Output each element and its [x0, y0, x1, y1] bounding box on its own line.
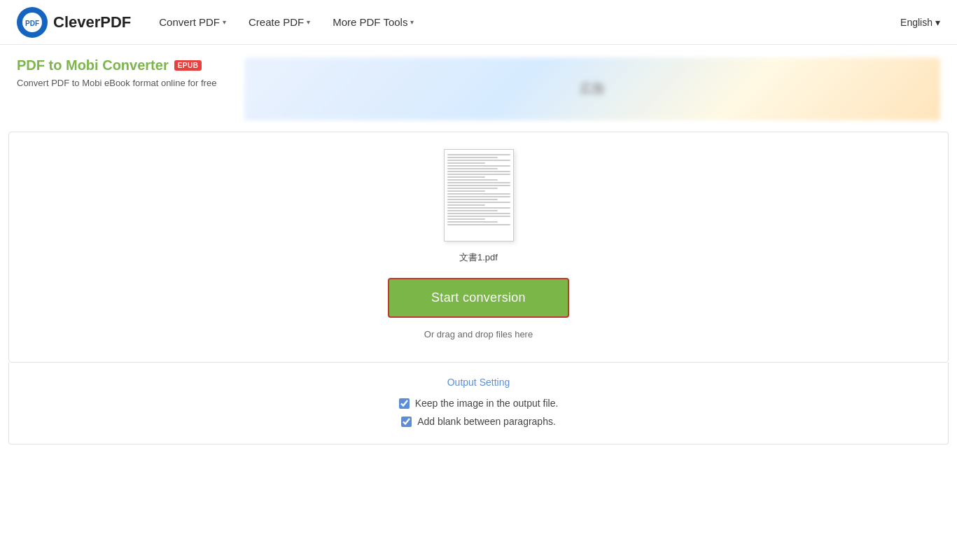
- pdf-line: [447, 218, 485, 220]
- checkbox-keep-image[interactable]: Keep the image in the output file.: [399, 398, 559, 409]
- nav-convert-pdf-label: Convert PDF: [159, 16, 220, 28]
- blank-paragraphs-label: Add blank between paragraphs.: [417, 416, 556, 427]
- nav-more-tools-chevron: ▾: [410, 18, 414, 26]
- ad-banner: 広告: [244, 57, 940, 120]
- pdf-line: [447, 193, 510, 195]
- page-header: PDF to Mobi Converter EPUB Convert PDF t…: [0, 45, 957, 120]
- pdf-line: [447, 204, 485, 206]
- nav-convert-pdf[interactable]: Convert PDF ▾: [159, 16, 226, 28]
- epub-badge: EPUB: [174, 60, 202, 71]
- start-conversion-button[interactable]: Start conversion: [388, 278, 569, 318]
- pdf-line: [447, 157, 498, 158]
- cleverpdf-logo-icon: PDF: [17, 7, 48, 38]
- pdf-line: [447, 213, 510, 214]
- pdf-line: [447, 165, 510, 167]
- page-title-section: PDF to Mobi Converter EPUB Convert PDF t…: [17, 57, 216, 88]
- pdf-line: [447, 185, 510, 186]
- drag-drop-hint: Or drag and drop files here: [424, 329, 533, 340]
- blank-paragraphs-checkbox[interactable]: [401, 416, 412, 427]
- nav-create-pdf[interactable]: Create PDF ▾: [249, 16, 310, 28]
- pdf-line: [447, 224, 510, 225]
- logo-link[interactable]: PDF CleverPDF: [17, 7, 131, 38]
- pdf-line: [447, 190, 485, 192]
- language-chevron: ▾: [935, 17, 940, 28]
- nav-create-pdf-chevron: ▾: [307, 18, 310, 26]
- output-settings-area: Output Setting Keep the image in the out…: [8, 363, 949, 444]
- pdf-preview-thumbnail: [444, 149, 514, 241]
- nav-more-tools-label: More PDF Tools: [333, 16, 407, 28]
- pdf-line: [447, 154, 510, 155]
- pdf-line: [447, 210, 498, 211]
- pdf-line: [447, 174, 510, 175]
- pdf-line: [447, 216, 510, 217]
- checkbox-blank-paragraphs[interactable]: Add blank between paragraphs.: [401, 416, 556, 427]
- pdf-line: [447, 179, 498, 181]
- logo-text: CleverPDF: [53, 13, 131, 31]
- language-selector[interactable]: English ▾: [900, 17, 940, 28]
- pdf-line: [447, 168, 498, 169]
- pdf-line: [447, 207, 510, 209]
- nav-convert-pdf-chevron: ▾: [223, 18, 226, 26]
- pdf-line: [447, 199, 498, 200]
- language-label: English: [900, 17, 932, 28]
- pdf-line: [447, 188, 498, 189]
- pdf-line: [447, 160, 510, 161]
- svg-text:PDF: PDF: [25, 20, 39, 27]
- conversion-area: 文書1.pdf Start conversion Or drag and dro…: [8, 132, 949, 363]
- page-title: PDF to Mobi Converter: [17, 57, 169, 74]
- pdf-line: [447, 221, 498, 223]
- main-nav: Convert PDF ▾ Create PDF ▾ More PDF Tool…: [159, 16, 900, 28]
- nav-more-tools[interactable]: More PDF Tools ▾: [333, 16, 414, 28]
- nav-create-pdf-label: Create PDF: [249, 16, 304, 28]
- pdf-filename: 文書1.pdf: [459, 251, 498, 264]
- pdf-line: [447, 182, 510, 183]
- output-settings-title: Output Setting: [447, 377, 510, 388]
- pdf-line: [447, 176, 485, 178]
- page-title-row: PDF to Mobi Converter EPUB: [17, 57, 216, 74]
- keep-image-label: Keep the image in the output file.: [415, 398, 559, 409]
- keep-image-checkbox[interactable]: [399, 398, 410, 409]
- site-header: PDF CleverPDF Convert PDF ▾ Create PDF ▾…: [0, 0, 957, 45]
- pdf-line: [447, 171, 510, 172]
- pdf-line: [447, 196, 510, 197]
- pdf-line: [447, 202, 510, 203]
- page-subtitle: Convert PDF to Mobi eBook format online …: [17, 78, 216, 88]
- pdf-line: [447, 162, 485, 164]
